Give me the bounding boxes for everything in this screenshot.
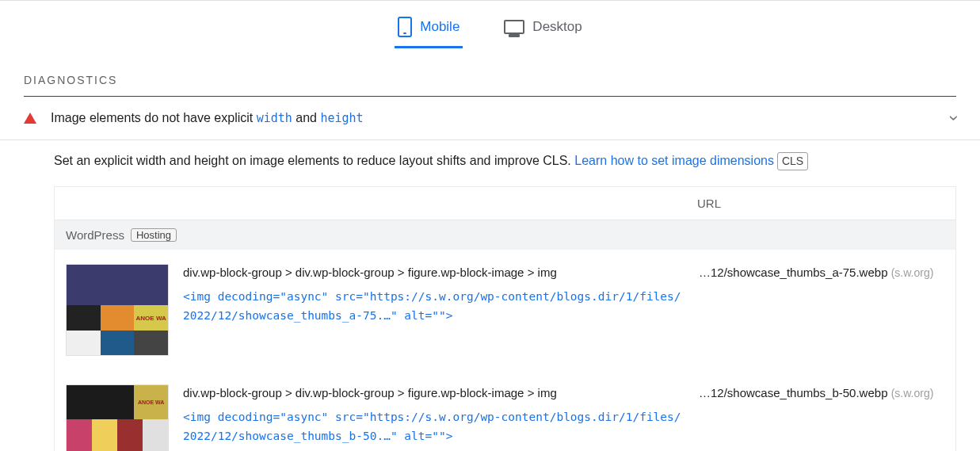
url-domain: (s.w.org) — [891, 387, 934, 399]
element-snippet: <img decoding="async" src="https://s.w.o… — [183, 407, 683, 446]
group-badge: Hosting — [131, 228, 177, 242]
warning-triangle-icon — [24, 113, 36, 124]
tab-desktop[interactable]: Desktop — [501, 12, 585, 48]
section-heading: DIAGNOSTICS — [24, 48, 956, 97]
audit-title-prefix: Image elements do not have explicit — [51, 111, 257, 124]
metric-badge: CLS — [777, 152, 808, 170]
mobile-icon — [398, 17, 412, 37]
group-name: WordPress — [66, 228, 124, 242]
tab-mobile-label: Mobile — [420, 19, 459, 35]
url-column-header: URL — [697, 197, 943, 210]
device-tabs: Mobile Desktop — [0, 1, 980, 48]
audit-title: Image elements do not have explicit widt… — [51, 111, 951, 125]
thumbnail-image: ANOE WA — [66, 384, 169, 451]
group-header-row: WordPress Hosting — [55, 220, 955, 250]
url-path: …12/showcase_thumbs_a-75.webp — [699, 266, 887, 279]
audit-desc-text: Set an explicit width and height on imag… — [54, 154, 574, 167]
url-text: …12/showcase_thumbs_a-75.webp (s.w.org) — [699, 264, 944, 282]
url-path: …12/showcase_thumbs_b-50.webp — [699, 386, 887, 399]
results-table: URL WordPress Hosting ANOE WA div.wp-blo… — [54, 186, 956, 451]
desktop-icon — [504, 20, 524, 34]
table-row: ANOE WA div.wp-block-group > div.wp-bloc… — [55, 370, 955, 451]
element-selector: div.wp-block-group > div.wp-block-group … — [183, 264, 683, 282]
audit-description: Set an explicit width and height on imag… — [0, 140, 980, 186]
audit-code-height: height — [320, 111, 363, 125]
tab-desktop-label: Desktop — [532, 19, 582, 35]
tab-mobile[interactable]: Mobile — [395, 12, 463, 48]
audit-title-conj: and — [292, 111, 321, 124]
table-row: ANOE WA div.wp-block-group > div.wp-bloc… — [55, 250, 955, 370]
element-selector: div.wp-block-group > div.wp-block-group … — [183, 384, 683, 403]
table-header-row: URL — [55, 187, 955, 220]
learn-more-link[interactable]: Learn how to set image dimensions — [574, 154, 774, 167]
url-text: …12/showcase_thumbs_b-50.webp (s.w.org) — [699, 384, 944, 403]
audit-code-width: width — [257, 111, 292, 125]
element-snippet: <img decoding="async" src="https://s.w.o… — [183, 287, 683, 326]
chevron-up-icon: › — [943, 115, 963, 120]
audit-header-row[interactable]: Image elements do not have explicit widt… — [0, 97, 980, 140]
thumbnail-image: ANOE WA — [66, 264, 169, 356]
url-domain: (s.w.org) — [891, 266, 934, 279]
